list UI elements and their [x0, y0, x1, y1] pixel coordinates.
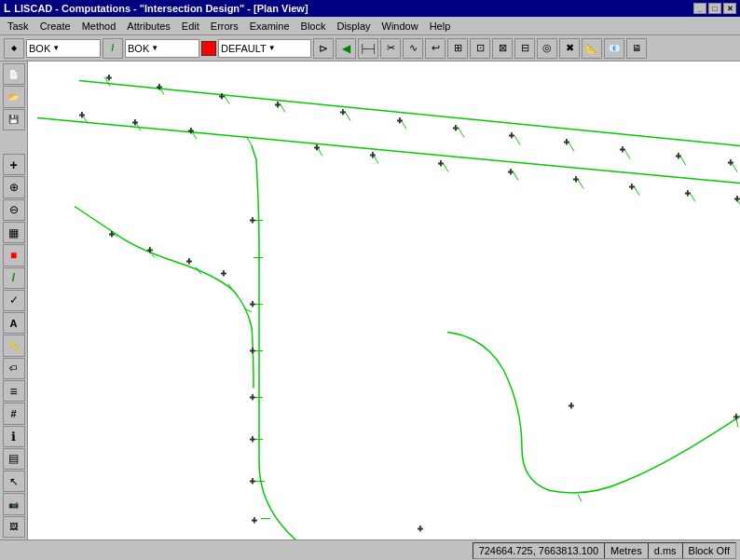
menu-method[interactable]: Method [76, 19, 122, 34]
menu-attributes[interactable]: Attributes [121, 19, 175, 34]
svg-text:+: + [629, 182, 635, 192]
left-btn-ruler[interactable]: 📏 [3, 335, 25, 356]
left-toolbar: 📄 📂 💾 + ⊕ ⊖ ▦ ■ / ✓ A 📏 🏷 ≡ # ℹ ▤ ↖ 📷 🖼 [0, 61, 28, 540]
tb-btn-15[interactable]: 🖥 [626, 38, 647, 59]
status-mode: d.ms [648, 542, 682, 559]
menu-examine[interactable]: Examine [244, 19, 295, 34]
title-text: LISCAD - Computations - "Intersection De… [14, 3, 308, 14]
svg-text:+: + [685, 188, 691, 198]
dropdown-bok-1[interactable]: BOK ▼ [26, 39, 101, 58]
app-logo: L [4, 2, 10, 15]
dropdown-bok-2[interactable]: BOK ▼ [125, 39, 199, 58]
left-btn-crosshair[interactable]: + [3, 154, 25, 175]
svg-rect-0 [28, 62, 740, 540]
left-btn-info[interactable]: ℹ [3, 426, 25, 447]
left-btn-number[interactable]: # [3, 403, 25, 424]
left-btn-save[interactable]: 💾 [3, 109, 25, 130]
svg-text:+: + [397, 116, 403, 126]
title-bar-buttons[interactable]: _ □ ✕ [693, 3, 736, 14]
svg-text:+: + [370, 150, 376, 160]
svg-text:+: + [186, 256, 192, 266]
left-btn-pen[interactable]: / [3, 267, 25, 289]
svg-text:+: + [569, 401, 574, 411]
left-btn-open[interactable]: 📂 [3, 86, 25, 107]
minimize-button[interactable]: _ [693, 3, 706, 14]
left-btn-zoom-out[interactable]: ⊖ [3, 199, 25, 221]
tb-btn-5[interactable]: ∿ [403, 38, 423, 59]
menu-bar: Task Create Method Attributes Edit Error… [0, 17, 740, 35]
svg-text:+: + [564, 137, 569, 147]
menu-create[interactable]: Create [34, 19, 76, 34]
tb-btn-14[interactable]: 📧 [604, 38, 624, 59]
maximize-button[interactable]: □ [708, 3, 721, 14]
left-btn-redsq[interactable]: ■ [3, 244, 25, 266]
left-btn-zoom-in[interactable]: ⊕ [3, 176, 25, 198]
tb-btn-1[interactable]: ⊳ [313, 38, 334, 59]
left-btn-cursor[interactable]: ↖ [3, 471, 25, 492]
tb-btn-10[interactable]: ⊟ [514, 38, 535, 59]
tb-btn-9[interactable]: ⊠ [492, 38, 513, 59]
left-btn-check[interactable]: ✓ [3, 290, 25, 311]
tb-btn-7[interactable]: ⊞ [447, 38, 468, 59]
svg-text:+: + [734, 194, 740, 204]
color-selector[interactable] [201, 41, 216, 56]
left-btn-stripe[interactable]: ▤ [3, 448, 25, 470]
svg-text:+: + [250, 346, 255, 356]
left-btn-photo[interactable]: 🖼 [3, 516, 25, 538]
menu-edit[interactable]: Edit [176, 19, 205, 34]
svg-text:+: + [221, 268, 226, 279]
menu-block[interactable]: Block [295, 19, 332, 34]
close-button[interactable]: ✕ [723, 3, 736, 14]
svg-text:+: + [728, 157, 733, 168]
menu-display[interactable]: Display [331, 19, 376, 34]
left-btn-blank [3, 131, 25, 153]
svg-text:+: + [733, 412, 739, 422]
svg-text:+: + [109, 229, 115, 239]
tb-btn-12[interactable]: ✖ [559, 38, 580, 59]
svg-text:+: + [620, 144, 625, 155]
left-btn-camera[interactable]: 📷 [3, 493, 25, 514]
tb-btn-3[interactable]: ├─┤ [358, 38, 378, 59]
svg-text:+: + [340, 107, 346, 117]
title-bar-left: L LISCAD - Computations - "Intersection … [4, 2, 308, 15]
svg-text:+: + [250, 392, 255, 403]
left-btn-layers[interactable]: ≡ [3, 380, 25, 402]
svg-text:+: + [147, 245, 153, 255]
status-coordinates: 724664.725, 7663813.100 [473, 542, 604, 559]
pencil-icon-btn[interactable]: / [103, 38, 123, 59]
svg-text:+: + [79, 110, 85, 120]
svg-text:+: + [252, 515, 257, 526]
tb-btn-8[interactable]: ⊡ [470, 38, 490, 59]
svg-text:+: + [250, 299, 255, 309]
left-btn-grid[interactable]: ▦ [3, 222, 25, 243]
svg-text:+: + [250, 476, 255, 486]
tb-btn-4[interactable]: ✂ [380, 38, 401, 59]
tb-btn-13[interactable]: 📐 [582, 38, 602, 59]
svg-text:+: + [676, 151, 681, 161]
title-bar: L LISCAD - Computations - "Intersection … [0, 0, 740, 17]
left-btn-new[interactable]: 📄 [3, 63, 25, 85]
svg-text:+: + [509, 130, 514, 141]
status-bar: 724664.725, 7663813.100 Metres d.ms Bloc… [0, 540, 740, 560]
menu-window[interactable]: Window [377, 19, 424, 34]
svg-text:+: + [573, 174, 579, 184]
svg-text:+: + [275, 100, 281, 110]
toolbar-dot[interactable]: ◆ [4, 38, 24, 59]
dropdown-default[interactable]: DEFAULT ▼ [218, 39, 311, 58]
menu-errors[interactable]: Errors [205, 19, 244, 34]
left-btn-tag[interactable]: 🏷 [3, 358, 25, 379]
svg-text:+: + [508, 167, 514, 177]
tb-btn-2[interactable]: ◀ [336, 38, 356, 59]
svg-text:+: + [418, 524, 423, 534]
tb-btn-11[interactable]: ◎ [537, 38, 557, 59]
svg-text:+: + [250, 215, 255, 225]
left-btn-a[interactable]: A [3, 312, 25, 334]
svg-text:+: + [453, 123, 459, 133]
status-block: Block Off [682, 542, 736, 559]
menu-help[interactable]: Help [424, 19, 457, 34]
tb-btn-6[interactable]: ↩ [425, 38, 445, 59]
toolbar: ◆ BOK ▼ / BOK ▼ DEFAULT ▼ ⊳ ◀ ├─┤ ✂ ∿ ↩ … [0, 35, 740, 61]
svg-text:+: + [418, 539, 423, 540]
menu-task[interactable]: Task [2, 19, 34, 34]
canvas-area[interactable]: + + + + + + + + + + + + + + + + + + + + [28, 61, 740, 540]
